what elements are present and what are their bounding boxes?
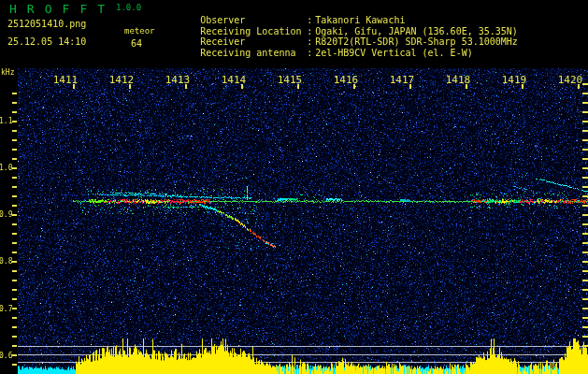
time-label-1415: 1415 xyxy=(275,74,305,86)
app-title: H R O F F T xyxy=(9,3,107,15)
echo-count: 64 xyxy=(131,39,142,49)
time-label-1418: 1418 xyxy=(443,74,473,86)
time-label-1413: 1413 xyxy=(163,74,193,86)
output-filename: 2512051410.png xyxy=(7,20,86,29)
freq-label-0.8: 0.8 xyxy=(0,257,12,266)
time-label-1412: 1412 xyxy=(107,74,136,86)
station-info: Observer:Takanori Kawachi Receiving Loca… xyxy=(166,5,518,48)
hrofft-window: H R O F F T 1.0.0 2512051410.png meteor … xyxy=(0,0,588,374)
freq-label-0.9: 0.9 xyxy=(0,210,12,219)
time-label-1420: 1420 xyxy=(555,74,585,86)
time-label-1416: 1416 xyxy=(331,74,361,86)
time-label-1414: 1414 xyxy=(219,74,249,86)
info-row-antenna: Receiving antenna:2el-HB9CV Vertical (el… xyxy=(166,37,518,49)
freq-label-0.7: 0.7 xyxy=(0,305,12,313)
mode-label: meteor xyxy=(124,27,155,36)
info-label: Receiving antenna xyxy=(200,48,307,58)
info-row-location: Receiving Location:Ogaki, Gifu, JAPAN (1… xyxy=(166,16,518,27)
time-label-1417: 1417 xyxy=(387,74,417,86)
info-colon: : xyxy=(307,48,315,58)
datetime-label: 25.12.05 14:10 xyxy=(7,37,86,47)
info-row-observer: Observer:Takanori Kawachi xyxy=(166,5,518,16)
freq-label-1.0: 1.0 xyxy=(0,164,12,172)
app-version: 1.0.0 xyxy=(116,4,141,12)
info-value: 2el-HB9CV Vertical (el. E-W) xyxy=(315,48,473,58)
info-row-receiver: Receiver:R820T2(RTL-SDR) SDR-Sharp 53.10… xyxy=(166,26,518,37)
freq-label-0.6: 0.6 xyxy=(0,352,12,360)
freq-label-1.1: 1.1 xyxy=(0,117,12,125)
freq-axis-unit: kHz xyxy=(1,69,14,77)
time-label-1411: 1411 xyxy=(50,74,80,86)
time-label-1419: 1419 xyxy=(499,74,529,86)
